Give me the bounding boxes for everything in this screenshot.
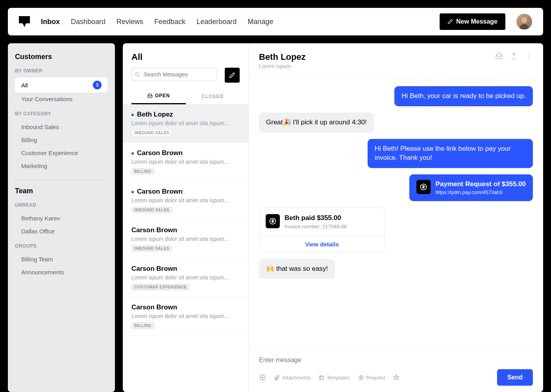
sidebar-item-announcements[interactable]: Announcements — [15, 266, 108, 279]
sidebar-unread-label: UNREAD — [15, 202, 108, 208]
sidebar: Customers BY OWNER All 3 Your Conversati… — [8, 43, 115, 392]
upload-icon[interactable] — [510, 52, 518, 60]
template-icon — [318, 375, 324, 381]
message-bubble-out: Hi Beth! Please use the link below to pa… — [368, 139, 533, 168]
sidebar-item-your-conversations[interactable]: Your Conversations — [15, 92, 108, 105]
message-item-tag: BILLING — [131, 168, 154, 175]
svg-point-3 — [529, 55, 530, 57]
message-item-tag: CUSTOMER EXPERIENCE — [131, 284, 190, 290]
conversation-panel: Beth Lopez Lorem ispum Hi Beth, your car… — [249, 43, 543, 392]
sidebar-item-inbound-sales[interactable]: Inbound Sales — [15, 120, 108, 133]
content-panel: All OPEN CLOSED — [123, 43, 543, 392]
conversation-name: Beth Lopez — [259, 52, 495, 62]
message-bubble-in: Great🎉 I'll pick it up around 4:30! — [259, 113, 374, 133]
conversation-subtitle: Lorem ispum — [259, 63, 495, 69]
message-item[interactable]: Carson BrownLorem ispum dolor sit amet s… — [123, 220, 248, 259]
nav-dashboard[interactable]: Dashboard — [71, 18, 105, 26]
svg-rect-8 — [320, 375, 324, 379]
unread-badge: 3 — [93, 81, 102, 89]
payment-request-link[interactable]: https://pdm.pay.com/4573ah3 — [435, 189, 526, 196]
tab-open[interactable]: OPEN — [131, 88, 186, 104]
payment-receipt: Beth paid $355.00Invoice number: 217046-… — [259, 207, 385, 253]
message-item-name: Carson Brown — [131, 265, 240, 273]
send-button[interactable]: Send — [497, 369, 533, 386]
message-item-tag: BILLING — [131, 322, 154, 329]
dollar-badge-icon — [416, 180, 431, 194]
message-item-preview: Lorem ispum dolor sit amet sita ispum... — [131, 313, 240, 319]
topbar: Inbox Dashboard Reviews Feedback Leaderb… — [8, 8, 543, 35]
message-item-name: Beth Lopez — [131, 111, 240, 118]
more-icon[interactable] — [525, 52, 533, 60]
sidebar-by-category-label: BY CATEGORY — [15, 111, 108, 116]
sidebar-groups-label: GROUPS — [15, 243, 108, 249]
svg-point-0 — [521, 17, 527, 23]
nav-manage[interactable]: Manage — [248, 18, 273, 26]
nav-inbox[interactable]: Inbox — [41, 18, 60, 26]
brand-logo — [19, 16, 30, 27]
message-item-tag: INBOUND SALES — [131, 129, 172, 136]
svg-point-4 — [529, 58, 530, 59]
message-input[interactable] — [259, 357, 533, 364]
receipt-title: Beth paid $355.00 — [285, 214, 347, 222]
message-item[interactable]: Carson BrownLorem ispum dolor sit amet s… — [123, 297, 248, 336]
message-item[interactable]: Carson BrownLorem ispum dolor sit amet s… — [123, 259, 248, 297]
message-item[interactable]: Carson BrownLorem ispum dolor sit amet s… — [123, 181, 248, 220]
add-icon[interactable] — [259, 374, 266, 381]
message-item-preview: Lorem ispum dolor sit amet sita ispum... — [131, 159, 240, 165]
nav-leaderboard[interactable]: Leaderboard — [196, 18, 237, 26]
dollar-icon — [358, 375, 364, 381]
message-list: All OPEN CLOSED — [123, 43, 249, 392]
message-item-preview: Lorem ispum dolor sit amet sita ispum... — [131, 236, 240, 242]
payment-request-title: Payment Request of $355.00 — [435, 180, 526, 189]
request-button[interactable]: Request — [358, 375, 385, 381]
user-avatar[interactable] — [516, 14, 532, 30]
paperclip-icon — [274, 375, 280, 381]
message-item[interactable]: Carson BrownLorem ispum dolor sit amet s… — [123, 143, 248, 181]
pencil-icon — [229, 72, 235, 78]
message-item-preview: Lorem ispum dolor sit amet sita ispum... — [131, 274, 240, 281]
sidebar-item-bethany[interactable]: Bethany Karev — [15, 212, 108, 225]
search-input[interactable] — [131, 68, 217, 81]
inbox-icon[interactable] — [495, 52, 503, 60]
message-item-tag: INBOUND SALES — [131, 207, 172, 213]
message-item-name: Carson Brown — [131, 149, 240, 157]
message-item[interactable]: Beth LopezLorem ispum dolor sit amet sit… — [123, 104, 248, 143]
attachments-button[interactable]: Attachments — [274, 375, 311, 381]
message-item-name: Carson Brown — [131, 303, 240, 311]
sidebar-item-billing-team[interactable]: Billing Team — [15, 253, 108, 266]
compose-button[interactable] — [225, 68, 240, 83]
unread-dot — [131, 191, 134, 193]
sidebar-item-dallas[interactable]: Dallas Office — [15, 225, 108, 238]
view-details-link[interactable]: View details — [259, 236, 385, 252]
nav-feedback[interactable]: Feedback — [154, 18, 185, 26]
message-item-name: Carson Brown — [131, 226, 240, 234]
main-nav: Inbox Dashboard Reviews Feedback Leaderb… — [41, 18, 429, 26]
new-message-button[interactable]: New Message — [440, 13, 505, 30]
message-list-title: All — [131, 52, 240, 62]
sidebar-divider — [15, 179, 108, 180]
star-icon[interactable] — [393, 374, 399, 381]
message-composer: Attachments Templates Request Send — [249, 350, 543, 392]
nav-reviews[interactable]: Reviews — [116, 18, 143, 26]
message-bubble-out: Hi Beth, your car is ready to be picked … — [394, 86, 533, 106]
unread-dot — [131, 114, 134, 116]
payment-request-bubble: Payment Request of $355.00https://pdm.pa… — [409, 174, 533, 201]
inbox-open-icon — [147, 93, 153, 98]
message-item-name: Carson Brown — [131, 188, 240, 196]
unread-dot — [131, 152, 134, 155]
receipt-subtitle: Invoice number: 217046-08 — [285, 224, 347, 229]
sidebar-item-marketing[interactable]: Marketing — [15, 159, 108, 172]
templates-button[interactable]: Templates — [318, 375, 350, 381]
svg-point-2 — [529, 53, 530, 54]
sidebar-team-title: Team — [15, 187, 108, 195]
sidebar-customers-title: Customers — [15, 53, 108, 61]
message-bubble-in: 🙌 that was so easy! — [259, 259, 335, 279]
dollar-badge-icon — [266, 214, 280, 228]
tab-closed[interactable]: CLOSED — [186, 88, 240, 104]
sidebar-item-customer-experience[interactable]: Customer Experience — [15, 146, 108, 159]
message-item-preview: Lorem ispum dolor sit amet sita ispum... — [131, 120, 240, 126]
message-item-tag: INBOUND SALES — [131, 245, 172, 252]
sidebar-item-all[interactable]: All 3 — [15, 78, 108, 92]
search-icon — [135, 72, 140, 77]
sidebar-item-billing[interactable]: Billing — [15, 133, 108, 146]
